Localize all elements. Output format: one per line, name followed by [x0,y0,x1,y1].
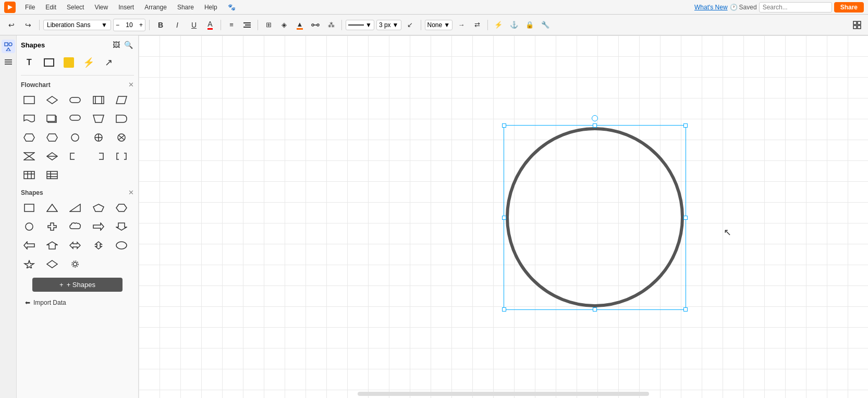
redo-button[interactable]: ↪ [21,18,35,32]
flowchart-section-title[interactable]: Flowchart ✕ [21,81,134,89]
qs-lightning[interactable]: ⚡ [80,54,97,71]
waypoints-style-button[interactable]: ↙ [404,18,417,32]
menu-select[interactable]: Select [63,3,88,12]
horizontal-scrollbar[interactable] [358,392,650,396]
qs-text[interactable]: T [21,54,38,71]
shape-or[interactable] [90,129,107,146]
line-style-selector[interactable]: ▼ [346,20,374,30]
shape-predefined[interactable] [90,92,107,108]
shape-circle-container[interactable] [504,125,686,310]
menu-view[interactable]: View [90,3,112,12]
shape-gear[interactable] [67,256,83,272]
shape-annotation-l[interactable] [90,148,107,165]
sidebar-icon-shapes[interactable] [2,40,15,53]
shape-manual[interactable] [90,110,107,127]
align-right-button[interactable] [240,18,254,32]
shape-terminal[interactable] [67,92,83,108]
flip-button[interactable]: ⇄ [470,18,484,32]
bold-button[interactable]: B [153,18,168,32]
shape-loop-limit[interactable] [44,129,60,146]
shape-summing[interactable] [113,129,130,146]
menu-extras[interactable]: 🐾 [224,3,240,12]
shape-delay[interactable] [113,110,130,127]
import-data-button[interactable]: ⬅ Import Data [21,296,134,309]
arrow-start-selector[interactable]: None ▼ [425,20,453,30]
menu-edit[interactable]: Edit [41,3,60,12]
anchor-button[interactable]: ⚓ [507,18,521,32]
shape-ellipse[interactable] [113,237,130,254]
menu-file[interactable]: File [21,3,39,12]
properties-button[interactable]: 🔧 [539,18,552,32]
shape-decision[interactable] [44,92,60,108]
app-logo[interactable]: ▶ [4,2,16,13]
shape-collate[interactable] [21,148,38,165]
shape-arrow-right[interactable] [90,218,107,235]
shape-multidoc[interactable] [44,110,60,127]
share-button[interactable]: Share [834,2,864,13]
shape-arrow-down[interactable] [113,218,130,235]
lock-button[interactable]: 🔒 [523,18,536,32]
handle-top-right[interactable] [683,123,688,128]
panel-image-button[interactable]: 🖼 [112,40,121,50]
undo-button[interactable]: ↩ [4,18,19,32]
whats-new-link[interactable]: What's New [694,4,728,11]
handle-bottom-right[interactable] [683,307,688,312]
add-shapes-button[interactable]: + + Shapes [32,278,123,292]
shapes-section-close[interactable]: ✕ [128,189,134,196]
table-button[interactable]: ⊞ [262,18,275,32]
shape-start-end[interactable] [67,129,83,146]
shape-annotation-rl[interactable] [113,148,130,165]
shape-right-triangle[interactable] [67,200,83,216]
sidebar-icon-layers[interactable] [2,55,15,69]
shape-table1[interactable] [21,167,38,183]
line-color-button[interactable]: ▲ [293,18,307,32]
format-panel-button[interactable] [850,18,864,32]
lightning-button[interactable]: ⚡ [492,18,505,32]
handle-top-mid[interactable] [593,123,597,128]
fill-button[interactable]: ◈ [277,18,291,32]
shape-diamond[interactable] [44,256,60,272]
menu-insert[interactable]: Insert [114,3,138,12]
font-size-decrease[interactable]: − [114,21,121,29]
shape-sq[interactable] [21,200,38,216]
shape-arrow-left2[interactable] [21,237,38,254]
handle-mid-left[interactable] [502,216,506,220]
qs-arrow[interactable]: ↗ [100,54,117,71]
align-left-button[interactable]: ≡ [225,18,238,32]
handle-top-left[interactable] [502,123,506,128]
shape-data[interactable] [113,92,130,108]
italic-button[interactable]: I [170,18,185,32]
shape-table2[interactable] [44,167,60,183]
line-weight-selector[interactable]: 3 px ▼ [376,20,401,30]
handle-mid-right[interactable] [683,216,688,220]
search-input-top[interactable] [759,2,832,13]
shape-process[interactable] [21,92,38,108]
canvas-area[interactable]: ↖ [139,35,868,398]
shape-document[interactable] [21,110,38,127]
flowchart-section-close[interactable]: ✕ [128,81,134,89]
menu-arrange[interactable]: Arrange [140,3,171,12]
shape-offpage[interactable] [67,110,83,127]
panel-search-button[interactable]: 🔍 [123,40,134,50]
handle-bottom-left[interactable] [502,307,506,312]
connections-button[interactable] [309,18,322,32]
shape-star[interactable] [21,256,38,272]
shape-circle2[interactable] [21,218,38,235]
shape-cloud[interactable] [67,218,83,235]
shape-triangle[interactable] [44,200,60,216]
shape-arrow-up[interactable] [44,237,60,254]
font-size-input[interactable] [121,21,137,29]
font-selector[interactable]: Liberation Sans ▼ [43,20,111,30]
qs-rect[interactable] [41,54,57,71]
rotate-handle[interactable] [592,115,598,121]
circle-shape[interactable] [504,125,686,310]
arrow-style-button[interactable]: → [455,18,468,32]
shape-preparation[interactable] [21,129,38,146]
shape-arrow-leftright[interactable] [67,237,83,254]
shape-hexagon[interactable] [113,200,130,216]
shape-pentagon[interactable] [90,200,107,216]
waypoints-button[interactable]: ⁂ [324,18,338,32]
menu-help[interactable]: Help [200,3,222,12]
underline-button[interactable]: U [187,18,201,32]
shape-arrow-updown[interactable] [90,237,107,254]
